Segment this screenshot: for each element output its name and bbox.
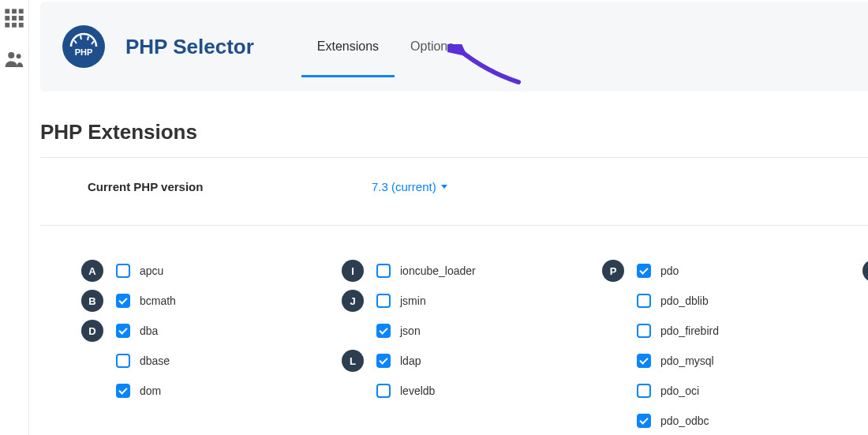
extension-checkbox[interactable] (637, 264, 651, 278)
extension-checkbox[interactable] (116, 354, 130, 368)
extension-checkbox[interactable] (376, 324, 391, 338)
extension-item: pdo_dblib (593, 286, 853, 316)
checkmark-icon (639, 355, 648, 364)
extensions-column: S (853, 256, 868, 435)
checkmark-icon (118, 385, 127, 394)
extensions-grid: AapcuBbcmathDdbadbasedomIioncube_loaderJ… (40, 226, 868, 435)
checkmark-icon (118, 295, 127, 304)
extension-checkbox[interactable] (376, 354, 391, 368)
svg-point-10 (17, 54, 21, 58)
extension-checkbox[interactable] (637, 294, 651, 308)
extension-label: bcmath (140, 294, 176, 307)
svg-rect-0 (5, 9, 9, 13)
page-title: PHP Selector (125, 35, 254, 59)
extensions-column: Iioncube_loaderJjsminjsonLldapleveldb (332, 256, 593, 435)
version-row: Current PHP version 7.3 (current) (40, 158, 868, 226)
svg-line-14 (92, 41, 94, 44)
extension-label: pdo_dblib (660, 294, 709, 307)
extension-item: jsmin (332, 286, 593, 316)
svg-line-12 (80, 36, 81, 39)
header: PHP PHP Selector Extensions Options (40, 2, 868, 92)
extension-item: dbase (72, 346, 332, 376)
version-value: 7.3 (current) (372, 180, 436, 193)
extension-checkbox[interactable] (637, 354, 651, 368)
extension-item: pdo_mysql (593, 346, 853, 376)
extension-label: pdo_firebird (660, 324, 719, 337)
svg-line-13 (88, 36, 88, 40)
svg-line-11 (74, 40, 77, 43)
extension-label: dba (140, 324, 158, 337)
extension-label: dbase (140, 354, 170, 367)
extension-checkbox[interactable] (376, 384, 391, 398)
svg-rect-8 (19, 23, 24, 28)
extension-item: pdo_odbc (593, 406, 853, 435)
svg-rect-7 (12, 23, 17, 28)
extension-label: pdo_oci (660, 384, 699, 397)
extensions-column: AapcuBbcmathDdbadbasedom (72, 256, 332, 435)
group-letter-badge: B (81, 290, 103, 312)
group-letter-badge: A (81, 260, 103, 282)
extension-label: dom (140, 384, 161, 397)
extension-checkbox[interactable] (637, 414, 651, 428)
extension-item: pdo_oci (593, 376, 853, 406)
extension-label: ioncube_loader (400, 264, 476, 277)
extension-checkbox[interactable] (376, 294, 391, 308)
extension-item: ioncube_loader (332, 256, 593, 286)
extension-label: apcu (140, 264, 163, 277)
group-letter-badge: S (862, 260, 868, 282)
extension-checkbox[interactable] (637, 384, 651, 398)
extension-label: pdo_odbc (660, 414, 709, 427)
extension-item: ldap (332, 346, 593, 376)
svg-rect-1 (12, 9, 17, 13)
svg-text:PHP: PHP (75, 47, 93, 57)
tabs: Extensions Options (301, 16, 470, 77)
extension-item: pdo_firebird (593, 316, 853, 346)
extension-item: pdo (593, 256, 853, 286)
extension-item: dom (72, 376, 332, 406)
extension-checkbox[interactable] (376, 264, 391, 278)
extension-label: pdo_mysql (660, 354, 714, 367)
checkmark-icon (639, 265, 648, 274)
extension-checkbox[interactable] (116, 384, 130, 398)
checkmark-icon (118, 325, 127, 334)
svg-rect-3 (5, 16, 9, 21)
tab-options[interactable]: Options (395, 16, 470, 77)
svg-rect-2 (19, 9, 24, 13)
extension-item: apcu (72, 256, 332, 286)
extension-checkbox[interactable] (116, 264, 130, 278)
checkmark-icon (639, 415, 648, 424)
group-letter-badge: D (81, 320, 103, 342)
checkmark-icon (379, 325, 387, 334)
extension-label: jsmin (400, 294, 426, 307)
svg-point-9 (8, 52, 14, 58)
chevron-down-icon (441, 185, 447, 189)
tab-extensions[interactable]: Extensions (301, 16, 395, 77)
extension-item: dba (72, 316, 332, 346)
extensions-column: Ppdopdo_dblibpdo_firebirdpdo_mysqlpdo_oc… (593, 256, 853, 435)
svg-rect-4 (12, 16, 17, 21)
extension-label: pdo (660, 264, 679, 277)
checkmark-icon (379, 355, 387, 364)
group-letter-badge: I (342, 260, 364, 282)
version-label: Current PHP version (88, 180, 372, 193)
main-content: PHP PHP Selector Extensions Options PHP … (28, 0, 868, 435)
extension-checkbox[interactable] (637, 324, 651, 338)
group-letter-badge: L (342, 350, 364, 372)
extension-checkbox[interactable] (116, 324, 130, 338)
extension-checkbox[interactable] (116, 294, 130, 308)
extension-label: json (400, 324, 421, 337)
extension-label: leveldb (400, 384, 435, 397)
section-title: PHP Extensions (40, 120, 868, 144)
extension-item: leveldb (332, 376, 593, 406)
svg-rect-6 (5, 23, 9, 28)
apps-icon[interactable] (0, 4, 28, 32)
sidebar (0, 0, 28, 435)
users-icon[interactable] (0, 45, 28, 73)
php-logo-icon: PHP (62, 25, 105, 68)
version-select[interactable]: 7.3 (current) (372, 180, 447, 193)
group-letter-badge: P (602, 260, 624, 282)
group-letter-badge: J (342, 290, 364, 312)
svg-rect-5 (19, 16, 24, 21)
extension-label: ldap (400, 354, 421, 367)
extension-item: json (332, 316, 593, 346)
